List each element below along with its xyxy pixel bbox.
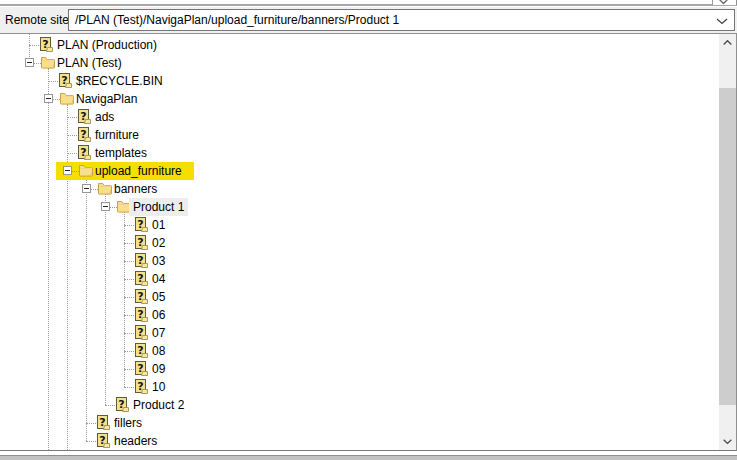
unknown-folder-icon: ? xyxy=(78,127,94,143)
unknown-folder-icon: ? xyxy=(97,433,113,449)
tree-item-08[interactable]: ? 08 xyxy=(0,342,718,360)
unknown-folder-icon: ? xyxy=(97,415,113,431)
unknown-folder-icon: ? xyxy=(78,145,94,161)
chevron-down-icon xyxy=(718,0,729,5)
tree-item-label[interactable]: furniture xyxy=(95,126,139,144)
tree-item-label[interactable]: 03 xyxy=(152,252,165,270)
unknown-folder-icon: ? xyxy=(59,73,75,89)
tree-item-recycle-bin[interactable]: ? $RECYCLE.BIN xyxy=(0,72,718,90)
tree-item-label[interactable]: 02 xyxy=(152,234,165,252)
folder-icon xyxy=(97,181,113,197)
unknown-folder-icon: ? xyxy=(135,217,151,233)
tree-item-label[interactable]: 07 xyxy=(152,324,165,342)
tree-item-label[interactable]: ads xyxy=(95,108,114,126)
unknown-folder-icon: ? xyxy=(135,325,151,341)
tree-item-plan-test[interactable]: PLAN (Test) xyxy=(0,54,718,72)
unknown-folder-icon: ? xyxy=(135,235,151,251)
tree-item-label[interactable]: PLAN (Test) xyxy=(57,54,122,72)
tree-item-label[interactable]: PLAN (Production) xyxy=(57,36,157,54)
expander-minus-button[interactable] xyxy=(25,58,34,67)
tree-item-label[interactable]: banners xyxy=(114,180,157,198)
folder-icon xyxy=(78,163,94,179)
scroll-down-button[interactable] xyxy=(719,433,736,450)
combobox-dropdown-icon[interactable] xyxy=(716,18,728,25)
scrollbar-thumb[interactable] xyxy=(719,88,736,405)
tree-item-label[interactable]: 09 xyxy=(152,360,165,378)
remote-directory-tree: ? PLAN (Production) PLAN (Test) ? $RECYC… xyxy=(0,33,737,451)
unknown-folder-icon: ? xyxy=(78,109,94,125)
tree-item-09[interactable]: ? 09 xyxy=(0,360,718,378)
unknown-folder-icon: ? xyxy=(135,289,151,305)
tree-item-templates[interactable]: ? templates xyxy=(0,144,718,162)
tree-item-headers[interactable]: ? headers xyxy=(0,432,718,450)
tree-item-label[interactable]: 05 xyxy=(152,288,165,306)
tree-item-05[interactable]: ? 05 xyxy=(0,288,718,306)
tree-item-furniture[interactable]: ? furniture xyxy=(0,126,718,144)
remote-site-path-value: /PLAN (Test)/NavigaPlan/upload_furniture… xyxy=(75,13,399,27)
unknown-folder-icon: ? xyxy=(135,379,151,395)
unknown-folder-icon: ? xyxy=(40,37,56,53)
expander-minus-button[interactable] xyxy=(101,202,110,211)
tree-item-label[interactable]: headers xyxy=(114,432,157,450)
tree-item-06[interactable]: ? 06 xyxy=(0,306,718,324)
remote-site-tree-pane: Remote site: /PLAN (Test)/NavigaPlan/upl… xyxy=(0,0,737,460)
tree-item-banners[interactable]: banners xyxy=(0,180,718,198)
unknown-folder-icon: ? xyxy=(135,253,151,269)
unknown-folder-icon: ? xyxy=(135,361,151,377)
unknown-folder-icon: ? xyxy=(135,271,151,287)
tree-item-fillers[interactable]: ? fillers xyxy=(0,414,718,432)
tree-item-label[interactable]: templates xyxy=(95,144,147,162)
tree-item-label[interactable]: Product 1 xyxy=(129,198,188,216)
tree-item-label[interactable]: 06 xyxy=(152,306,165,324)
chevron-down-icon xyxy=(723,439,732,444)
tree-item-04[interactable]: ? 04 xyxy=(0,270,718,288)
scroll-up-button[interactable] xyxy=(719,34,736,51)
unknown-folder-icon: ? xyxy=(135,343,151,359)
remote-site-bar: Remote site: /PLAN (Test)/NavigaPlan/upl… xyxy=(0,7,737,33)
tree-item-ads[interactable]: ? ads xyxy=(0,108,718,126)
chevron-up-icon xyxy=(723,40,732,45)
lower-pane-border xyxy=(0,455,737,460)
pane-splitter-area xyxy=(0,0,737,7)
tree-content: ? PLAN (Production) PLAN (Test) ? $RECYC… xyxy=(0,34,718,450)
tree-item-label[interactable]: 04 xyxy=(152,270,165,288)
tree-item-label[interactable]: $RECYCLE.BIN xyxy=(76,72,163,90)
folder-icon xyxy=(40,55,56,71)
upper-pane-scrollbar-sliver[interactable] xyxy=(712,0,737,5)
tree-item-label[interactable]: upload_furniture xyxy=(95,162,182,180)
tree-item-plan-production[interactable]: ? PLAN (Production) xyxy=(0,36,718,54)
remote-site-combobox[interactable]: /PLAN (Test)/NavigaPlan/upload_furniture… xyxy=(68,9,735,31)
tree-item-label[interactable]: NavigaPlan xyxy=(76,90,137,108)
tree-item-01[interactable]: ? 01 xyxy=(0,216,718,234)
tree-item-product-2[interactable]: ? Product 2 xyxy=(0,396,718,414)
tree-item-product-1[interactable]: Product 1 xyxy=(0,198,718,216)
tree-item-label[interactable]: 08 xyxy=(152,342,165,360)
tree-item-07[interactable]: ? 07 xyxy=(0,324,718,342)
expander-minus-button[interactable] xyxy=(63,166,72,175)
folder-icon xyxy=(59,91,75,107)
tree-item-label[interactable]: Product 2 xyxy=(133,396,184,414)
tree-item-03[interactable]: ? 03 xyxy=(0,252,718,270)
expander-minus-button[interactable] xyxy=(44,94,53,103)
tree-item-label[interactable]: fillers xyxy=(114,414,142,432)
unknown-folder-icon: ? xyxy=(116,397,132,413)
tree-item-label[interactable]: 01 xyxy=(152,216,165,234)
unknown-folder-icon: ? xyxy=(135,307,151,323)
remote-site-label: Remote site: xyxy=(5,7,72,33)
tree-item-upload-furniture[interactable]: upload_furniture xyxy=(0,162,718,180)
tree-item-02[interactable]: ? 02 xyxy=(0,234,718,252)
lower-pane-edge xyxy=(0,451,737,460)
tree-item-navigaplan[interactable]: NavigaPlan xyxy=(0,90,718,108)
expander-minus-button[interactable] xyxy=(82,184,91,193)
tree-item-10[interactable]: ? 10 xyxy=(0,378,718,396)
pane-splitter[interactable] xyxy=(0,4,737,6)
vertical-scrollbar[interactable] xyxy=(719,34,736,450)
tree-item-label[interactable]: 10 xyxy=(152,378,165,396)
